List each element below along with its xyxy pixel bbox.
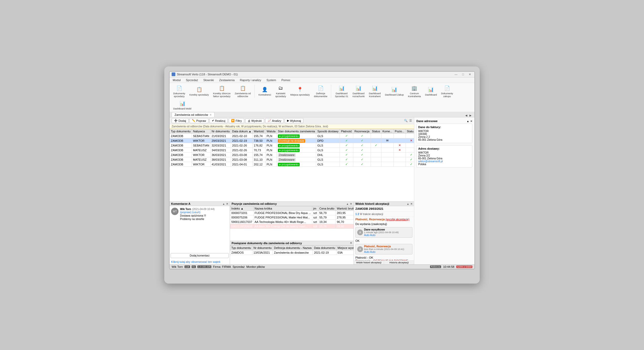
col-delivery[interactable]: Sposób dostawy bbox=[316, 129, 340, 134]
realize-button[interactable]: ✔ Realizuj bbox=[209, 118, 228, 123]
filter-button[interactable]: 🔽 Filtry bbox=[229, 118, 244, 123]
tab-close-button[interactable]: ✕ bbox=[209, 113, 212, 116]
dashboard-rozrachunki-icon: 📊 bbox=[355, 85, 362, 92]
minimize-button[interactable]: — bbox=[453, 72, 459, 76]
tab-next-button[interactable]: ▶ bbox=[469, 114, 472, 117]
table-row[interactable]: ZAMODBWIKTOR41/03/20212021-04-01202,12PL… bbox=[170, 162, 414, 167]
table-row[interactable]: ZAMODBSEBASTIAN32/03/20212021-02-26176,8… bbox=[170, 143, 414, 148]
related-doc-row[interactable]: ZAMDOS13/03A/2021Zamówienia do dostawców… bbox=[230, 250, 354, 255]
tool-dashboard-zakup[interactable]: 📊 Dashboard Zakup bbox=[383, 85, 405, 97]
related-docs-close-button[interactable]: ✕ bbox=[350, 242, 352, 245]
tool-definicje[interactable]: 📄 Definicjedokumentów bbox=[312, 84, 329, 98]
menu-raporty[interactable]: Raporty i analizy bbox=[239, 78, 262, 82]
col-status[interactable]: Stan dokumentu zamówienia bbox=[277, 129, 316, 134]
pos-col-price[interactable]: Cena brutto bbox=[318, 206, 335, 211]
col-date[interactable]: Data dokum.▲ bbox=[231, 129, 253, 134]
toolbar-separator-2 bbox=[331, 85, 331, 98]
print-button[interactable]: 🖨 Wydruki bbox=[245, 118, 264, 123]
dokumenty-sprzedazy-icon: 📄 bbox=[176, 85, 183, 92]
col-currency[interactable]: Waluta bbox=[265, 129, 277, 134]
tool-kartoteki[interactable]: 🗂 Kartotekisprzedaży bbox=[274, 84, 288, 98]
delivery-country: Polska bbox=[418, 163, 471, 166]
tab-zamowienia[interactable]: Zamówienia od odbiorców ✕ bbox=[172, 112, 214, 117]
col-pozio[interactable]: Pozio... bbox=[393, 129, 406, 134]
tool-dashboard-rozrachunki[interactable]: 📊 DashBoardrozrachunki bbox=[351, 84, 366, 98]
menu-slowniki[interactable]: Słowniki bbox=[202, 78, 215, 82]
edit-button[interactable]: ✏️ Popraw bbox=[190, 118, 208, 123]
col-reservation[interactable]: Rezerwacja bbox=[353, 129, 371, 134]
search-icon[interactable]: 🔍 bbox=[404, 119, 408, 122]
position-row[interactable]: 0000075206FUDGE PROFESSIONAL Matte Hed M… bbox=[230, 215, 354, 220]
menu-sprzedaz[interactable]: Sprzedaż bbox=[185, 78, 199, 82]
history-accept-button[interactable]: Historia akceptacji bbox=[384, 261, 414, 264]
tool-dashboard-sprzedaz[interactable]: 📊 DashBoardSprzedaz 01 bbox=[333, 84, 350, 98]
tool-dashboard-kontrahent[interactable]: 📊 DashBoardKontrahent bbox=[367, 84, 382, 98]
table-row[interactable]: ZAMODBWIKTOR36/03/20212021-03-08155,74PL… bbox=[170, 153, 414, 157]
maximize-button[interactable]: □ bbox=[461, 72, 465, 76]
analytics-button[interactable]: 📈 Analizy bbox=[265, 118, 284, 123]
tool-dokumenty-sprzedazy[interactable]: 📄 Dokumentysprzedaży bbox=[172, 84, 187, 98]
col-type[interactable]: Typ dokumentu bbox=[170, 129, 192, 134]
history-view-button[interactable]: Widok historii akceptacji bbox=[354, 261, 384, 264]
pos-col-value[interactable]: Wartość brutto bbox=[336, 206, 354, 211]
comments-close-button[interactable]: ✕ bbox=[226, 202, 228, 205]
history-bottom-buttons: Widok historii akceptacji Historia akcep… bbox=[354, 260, 414, 264]
history-expand-button[interactable]: ▲ bbox=[407, 202, 409, 205]
col-statu[interactable]: Statu... bbox=[406, 129, 414, 134]
positions-table-container: Indeks ▲ Nazwa krótka jm Cena brutto War… bbox=[230, 206, 354, 241]
col-kome[interactable]: Kome... bbox=[381, 129, 393, 134]
tool-zamowienia-od-odbiorcow[interactable]: 📋 Zamówienia ododbiorców bbox=[233, 84, 252, 98]
tool-dashboard[interactable]: 📊 DashBoard bbox=[423, 85, 438, 97]
menu-zestawienia[interactable]: Zestawienia bbox=[218, 78, 236, 82]
rel-col-def[interactable]: Definicja dokumentu - Nazwa bbox=[273, 246, 313, 250]
add-comment-button[interactable]: Dodaj komentarz bbox=[171, 253, 229, 258]
menu-icon[interactable]: ☰ bbox=[409, 119, 412, 122]
positions-close-button[interactable]: ✕ bbox=[350, 202, 352, 205]
delete-comment-link[interactable]: (usuń) bbox=[192, 211, 200, 214]
pos-col-index[interactable]: Indeks ▲ bbox=[230, 206, 254, 211]
add-button[interactable]: ➕ Dodaj bbox=[172, 118, 188, 123]
rel-col-type[interactable]: Typ dokumentu bbox=[230, 246, 252, 250]
col-payment[interactable]: Płatność bbox=[340, 129, 353, 134]
history-revoke-link[interactable]: (wycofaj akceptację) bbox=[386, 218, 410, 221]
tool-centrum-kontrahenta[interactable]: 🏢 CentrumKontrahenta bbox=[406, 84, 422, 98]
position-row[interactable]: 5900116017037AA Technologia Wieku 40+ Mu… bbox=[230, 220, 354, 224]
pos-col-name[interactable]: Nazwa krótka bbox=[253, 206, 312, 211]
tool-miejsca-sprzedazy[interactable]: 📍 Miejsca sprzedaży bbox=[289, 85, 311, 97]
menu-pomoc[interactable]: Pomoc bbox=[280, 78, 292, 82]
tool-kontrahenci[interactable]: 👤 Kontrahenci bbox=[257, 85, 273, 97]
position-row[interactable]: 5900116020938 AA Men 30+ Energy Żel do t… bbox=[230, 224, 354, 229]
col-buyer[interactable]: Nabywca bbox=[192, 129, 211, 134]
positions-expand-button[interactable]: ▲ bbox=[346, 202, 349, 205]
col-value[interactable]: Wartość bbox=[253, 129, 265, 134]
related-docs-panel: Powiązane dokumenty dla zamówienia od od… bbox=[230, 241, 354, 264]
subscribe-link[interactable]: Kliknij tutaj bbox=[171, 260, 185, 263]
tool-korekty-sprzedazy[interactable]: 📋 Korekty sprzedaży bbox=[188, 85, 211, 97]
col-nr[interactable]: Nr dokumentu bbox=[210, 129, 231, 134]
menu-system[interactable]: System bbox=[265, 78, 277, 82]
right-panel-expand-button[interactable]: ▲ bbox=[467, 120, 469, 123]
tool-dashboard-mobil[interactable]: 📊 DashBoard Mobil bbox=[172, 99, 193, 111]
right-panel-close-button[interactable]: ✕ bbox=[470, 120, 472, 123]
related-docs-header: Powiązane dokumenty dla zamówienia od od… bbox=[230, 241, 354, 245]
close-button[interactable]: ✕ bbox=[467, 72, 472, 76]
edit-comment-link[interactable]: (popraw) bbox=[180, 211, 191, 214]
table-row[interactable]: ZAMODBMATEUSZ38/03/20212021-03-08311,10P… bbox=[170, 157, 414, 162]
rel-col-nr[interactable]: Nr dokumentu bbox=[252, 246, 273, 250]
table-row[interactable]: ZAMODBSEBASTIAN21/03/20212021-02-10155,7… bbox=[170, 134, 414, 138]
pos-col-jm[interactable]: jm bbox=[312, 206, 318, 211]
comments-expand-button[interactable]: ▲ bbox=[222, 202, 225, 205]
table-row[interactable]: ZAMODBMATEUSZ34/03/20212021-02-2670,73PL… bbox=[170, 148, 414, 153]
rel-col-place[interactable]: Miejsce wystawienia ▲ bbox=[336, 246, 354, 250]
execute-button[interactable]: ▶ Wykonaj bbox=[285, 118, 303, 123]
table-row[interactable]: ZAMODBWIKTOR29/03/20212021-02-19738,50PL… bbox=[170, 138, 414, 143]
menu-modul[interactable]: Moduł bbox=[172, 78, 182, 82]
position-row[interactable]: 0000073201FUDGE PROFESSIONAL Blow Dry Aq… bbox=[230, 211, 354, 215]
history-close-button[interactable]: ✕ bbox=[410, 202, 412, 205]
rel-col-date[interactable]: Data dokumentu bbox=[313, 246, 336, 250]
col-st1[interactable]: Status bbox=[371, 129, 381, 134]
tool-korekty-zbiorcze[interactable]: 📋 Korekty zbiorczefaktur sprzedaży bbox=[212, 84, 232, 98]
tool-dokumenty-zakupu[interactable]: 📄 Dokumentyzakupu bbox=[439, 84, 455, 98]
tab-prev-button[interactable]: ◀ bbox=[464, 114, 468, 117]
kartoteki-icon: 🗂 bbox=[277, 85, 284, 92]
